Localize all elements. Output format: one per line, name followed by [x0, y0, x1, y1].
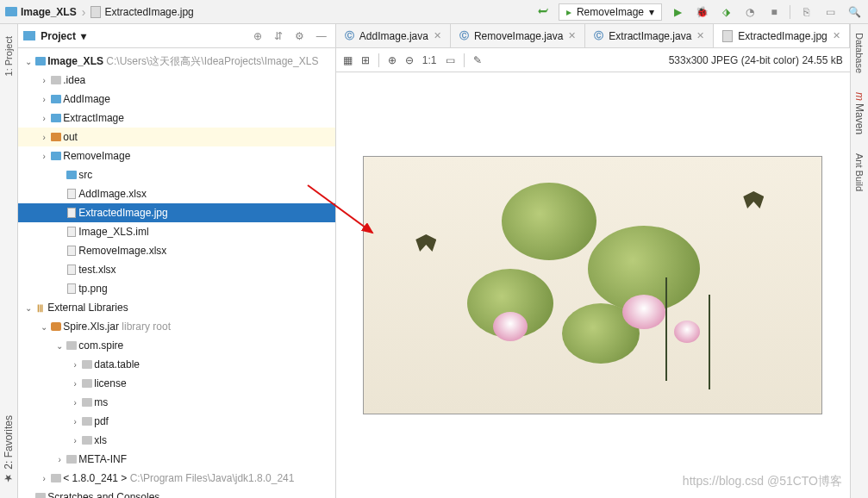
breadcrumb-root-label: Image_XLS	[21, 6, 77, 18]
project-panel: Project ▾ ⊕ ⇵ ⚙ — ⌄ Image_XLS C:\Users\这…	[18, 24, 336, 498]
tree-external-libs[interactable]: ⌄ ⫼ External Libraries	[18, 298, 335, 317]
node-icon	[80, 417, 94, 426]
tree-root[interactable]: ⌄ Image_XLS C:\Users\这天很高兴\IdeaProjects\…	[18, 52, 335, 71]
tree-item-label: META-INF	[78, 453, 127, 465]
zoom-in-icon[interactable]: ⊕	[388, 54, 397, 66]
tab-label: RemoveImage.java	[474, 30, 563, 42]
sidebar-tab-maven[interactable]: m Maven	[853, 87, 865, 140]
close-icon[interactable]: ✕	[833, 30, 840, 41]
image-preview	[363, 156, 822, 414]
checker-bg-icon[interactable]: ▦	[343, 54, 353, 66]
close-icon[interactable]: ✕	[696, 30, 704, 41]
node-icon	[49, 322, 63, 331]
breadcrumb-file[interactable]: ExtractedImage.jpg	[91, 6, 193, 18]
tree-scratches[interactable]: Scratches and Consoles	[18, 488, 335, 498]
tree-item-label: < 1.8.0_241 >	[63, 472, 127, 484]
editor-tab[interactable]: ⒸExtractImage.java✕	[585, 24, 714, 47]
tree-item[interactable]: ›ExtractImage	[18, 109, 335, 128]
tree-item[interactable]: ›license	[18, 374, 335, 393]
editor-tab[interactable]: ExtractedImage.jpg✕	[714, 24, 849, 47]
tree-item[interactable]: ExtractedImage.jpg	[18, 203, 335, 222]
tree-item[interactable]: ›.idea	[18, 71, 335, 90]
separator	[378, 53, 379, 67]
editor-tab[interactable]: ⒸRemoveImage.java✕	[451, 24, 585, 47]
tree-item[interactable]: Image_XLS.iml	[18, 222, 335, 241]
tree-item[interactable]: ›AddImage	[18, 90, 335, 109]
node-icon	[49, 474, 63, 482]
hide-icon[interactable]: —	[313, 30, 330, 42]
sidebar-tab-database[interactable]: Database	[854, 28, 865, 78]
maven-icon: m	[853, 92, 865, 101]
image-toolbar: ▦ ⊞ ⊕ ⊖ 1:1 ▭ ✎ 533x300 JPEG (24-bit col…	[336, 48, 850, 72]
search-button[interactable]: 🔍	[846, 3, 863, 21]
zoom-out-icon[interactable]: ⊖	[405, 54, 414, 66]
sidebar-tab-favorites[interactable]: ★ 2: Favorites	[3, 410, 15, 489]
image-viewport[interactable]	[336, 72, 850, 498]
vcs-button[interactable]: ⎘	[797, 3, 815, 21]
profile-button[interactable]: ◔	[741, 3, 759, 21]
sidebar-tab-project[interactable]: 1: Project	[3, 31, 14, 81]
node-icon	[80, 379, 94, 388]
run-button[interactable]: ▶	[669, 3, 686, 21]
editor-tabs: ⒸAddImage.java✕ⒸRemoveImage.java✕ⒸExtrac…	[336, 24, 850, 48]
tree-item[interactable]: ⌄Spire.Xls.jar library root	[18, 317, 335, 336]
left-tool-gutter: 1: Project ★ 2: Favorites	[0, 24, 18, 498]
sidebar-maven-label: Maven	[853, 103, 865, 134]
layout-button[interactable]: ▭	[821, 3, 839, 21]
close-icon[interactable]: ✕	[434, 30, 441, 41]
tree-item-label: test.xlsx	[78, 264, 116, 276]
tree-item-label: RemoveImage.xlsx	[78, 245, 166, 257]
run-config-label: RemoveImage	[577, 6, 644, 18]
tree-item[interactable]: ›RemoveImage	[18, 146, 335, 165]
tree-root-label: Image_XLS	[47, 55, 103, 67]
zoom-fit-label[interactable]: 1:1	[422, 54, 437, 66]
tree-item[interactable]: test.xlsx	[18, 260, 335, 279]
tree-item[interactable]: RemoveImage.xlsx	[18, 241, 335, 260]
tree-item[interactable]: ›< 1.8.0_241 > C:\Program Files\Java\jdk…	[18, 469, 335, 488]
sidebar-tab-ant[interactable]: Ant Build	[854, 148, 865, 196]
gear-icon[interactable]: ⚙	[291, 30, 308, 42]
node-icon	[65, 171, 78, 179]
tree-item[interactable]: tp.png	[18, 279, 335, 298]
tree-item[interactable]: ⌄com.spire	[18, 336, 335, 355]
tree-item[interactable]: ›ms	[18, 393, 335, 412]
tree-item[interactable]: src	[18, 165, 335, 184]
locate-icon[interactable]: ⊕	[250, 30, 265, 42]
tab-label: ExtractedImage.jpg	[738, 30, 827, 42]
project-panel-title[interactable]: Project ▾	[23, 30, 245, 42]
tree-root-path: C:\Users\这天很高兴\IdeaProjects\Image_XLS	[106, 54, 318, 69]
tree-item-suffix: library root	[122, 321, 171, 333]
tree-item-label: src	[78, 169, 92, 181]
tree-item[interactable]: ›xls	[18, 431, 335, 450]
tree-item-label: AddImage.xlsx	[78, 188, 147, 200]
debug-button[interactable]: 🐞	[693, 3, 710, 21]
chevron-down-icon: ▾	[81, 30, 86, 42]
breadcrumb-root[interactable]: Image_XLS	[5, 6, 77, 18]
color-picker-icon[interactable]: ✎	[473, 54, 482, 66]
grid-icon[interactable]: ⊞	[361, 54, 370, 66]
separator	[464, 53, 465, 67]
expand-icon[interactable]: ⇵	[271, 30, 286, 42]
close-icon[interactable]: ✕	[568, 30, 576, 41]
node-icon	[65, 246, 78, 256]
tree-item-label: license	[94, 377, 126, 389]
run-config-selector[interactable]: ▸ RemoveImage ▾	[559, 3, 662, 21]
tree-item[interactable]: ›pdf	[18, 412, 335, 431]
node-icon	[49, 133, 63, 141]
hammer-icon[interactable]: ⮨	[534, 3, 552, 21]
tab-label: ExtractImage.java	[609, 30, 691, 42]
editor-tab[interactable]: ⒸAddImage.java✕	[336, 24, 451, 47]
node-icon	[65, 283, 78, 294]
fit-icon[interactable]: ▭	[446, 54, 455, 66]
sidebar-favorites-label: 2: Favorites	[3, 415, 15, 470]
stop-button[interactable]: ■	[765, 3, 783, 21]
project-tree[interactable]: ⌄ Image_XLS C:\Users\这天很高兴\IdeaProjects\…	[18, 48, 335, 498]
coverage-button[interactable]: ⬗	[717, 3, 734, 21]
tree-item[interactable]: ›META-INF	[18, 450, 335, 469]
tree-item[interactable]: ›out	[18, 128, 335, 146]
node-icon	[49, 95, 63, 103]
node-icon	[49, 114, 63, 122]
tree-item[interactable]: ›data.table	[18, 355, 335, 374]
node-icon	[65, 227, 78, 237]
tree-item[interactable]: AddImage.xlsx	[18, 184, 335, 203]
